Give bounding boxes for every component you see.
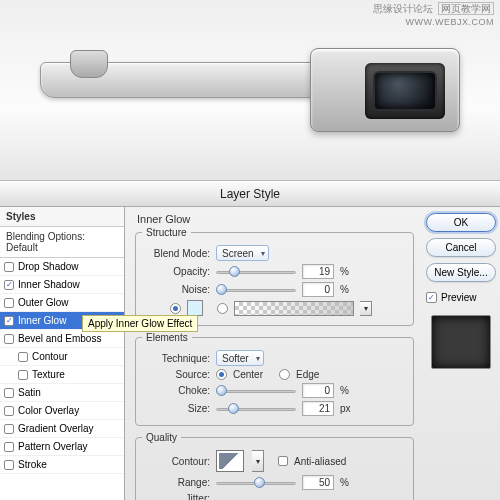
style-label: Gradient Overlay <box>18 423 94 434</box>
source-edge-label: Edge <box>296 369 319 380</box>
quality-group: Quality Contour: ▾ Anti-aliased Range: 5… <box>135 432 414 500</box>
style-item-outer-glow[interactable]: Outer Glow <box>0 294 124 312</box>
technique-select[interactable]: Softer <box>216 350 264 366</box>
color-swatch[interactable] <box>187 300 203 316</box>
style-item-stroke[interactable]: Stroke <box>0 456 124 474</box>
style-checkbox[interactable] <box>4 460 14 470</box>
style-checkbox[interactable] <box>4 388 14 398</box>
style-item-pattern-overlay[interactable]: Pattern Overlay <box>0 438 124 456</box>
style-item-texture[interactable]: Texture <box>0 366 124 384</box>
section-title: Inner Glow <box>137 213 414 225</box>
style-label: Outer Glow <box>18 297 69 308</box>
style-label: Texture <box>32 369 65 380</box>
anti-aliased-label: Anti-aliased <box>294 456 346 467</box>
style-label: Color Overlay <box>18 405 79 416</box>
style-item-inner-shadow[interactable]: Inner Shadow <box>0 276 124 294</box>
style-item-bevel-and-emboss[interactable]: Bevel and Emboss <box>0 330 124 348</box>
style-checkbox[interactable] <box>4 298 14 308</box>
ok-button[interactable]: OK <box>426 213 496 232</box>
structure-group: Structure Blend Mode: Screen Opacity: 19… <box>135 227 414 326</box>
style-checkbox[interactable] <box>4 316 14 326</box>
new-style-button[interactable]: New Style... <box>426 263 496 282</box>
technique-label: Technique: <box>142 353 210 364</box>
style-checkbox[interactable] <box>4 424 14 434</box>
style-label: Inner Glow <box>18 315 66 326</box>
noise-unit: % <box>340 284 354 295</box>
watermark-text-2: WWW.WEBJX.COM <box>406 17 495 27</box>
dialog-button-panel: OK Cancel New Style... Preview <box>422 207 500 500</box>
quality-legend: Quality <box>142 432 181 443</box>
elements-legend: Elements <box>142 332 192 343</box>
source-center-label: Center <box>233 369 263 380</box>
dialog-title: Layer Style <box>0 181 500 207</box>
noise-slider[interactable] <box>216 283 296 297</box>
choke-unit: % <box>340 385 354 396</box>
style-label: Drop Shadow <box>18 261 79 272</box>
choke-value[interactable]: 0 <box>302 383 334 398</box>
styles-list-panel: Styles Blending Options: Default Drop Sh… <box>0 207 125 500</box>
style-item-satin[interactable]: Satin <box>0 384 124 402</box>
blending-options-row[interactable]: Blending Options: Default <box>0 227 124 258</box>
style-checkbox[interactable] <box>4 280 14 290</box>
contour-label: Contour: <box>142 456 210 467</box>
style-label: Pattern Overlay <box>18 441 87 452</box>
watermark-text-1: 思缘设计论坛 <box>373 3 433 14</box>
style-checkbox[interactable] <box>4 262 14 272</box>
settings-panel: Inner Glow Structure Blend Mode: Screen … <box>125 207 422 500</box>
opacity-unit: % <box>340 266 354 277</box>
range-unit: % <box>340 477 354 488</box>
range-slider[interactable] <box>216 476 296 490</box>
color-radio[interactable] <box>170 303 181 314</box>
size-value[interactable]: 21 <box>302 401 334 416</box>
tooltip: Apply Inner Glow Effect <box>82 315 198 332</box>
device-illustration <box>40 40 460 130</box>
style-item-gradient-overlay[interactable]: Gradient Overlay <box>0 420 124 438</box>
noise-label: Noise: <box>142 284 210 295</box>
choke-label: Choke: <box>142 385 210 396</box>
style-checkbox[interactable] <box>4 442 14 452</box>
range-value[interactable]: 50 <box>302 475 334 490</box>
style-label: Bevel and Emboss <box>18 333 101 344</box>
choke-slider[interactable] <box>216 384 296 398</box>
watermark-badge: 网页教学网 <box>438 2 494 15</box>
style-item-contour[interactable]: Contour <box>0 348 124 366</box>
contour-dropdown-icon[interactable]: ▾ <box>252 450 264 472</box>
style-checkbox[interactable] <box>4 334 14 344</box>
style-label: Stroke <box>18 459 47 470</box>
preview-checkbox[interactable] <box>426 292 437 303</box>
gradient-picker[interactable] <box>234 301 354 316</box>
style-checkbox[interactable] <box>18 352 28 362</box>
style-label: Contour <box>32 351 68 362</box>
watermark: 思缘设计论坛 网页教学网 WWW.WEBJX.COM <box>373 2 494 29</box>
blend-mode-select[interactable]: Screen <box>216 245 269 261</box>
style-label: Inner Shadow <box>18 279 80 290</box>
size-label: Size: <box>142 403 210 414</box>
preview-label: Preview <box>441 292 477 303</box>
source-label: Source: <box>142 369 210 380</box>
range-label: Range: <box>142 477 210 488</box>
structure-legend: Structure <box>142 227 191 238</box>
size-unit: px <box>340 403 354 414</box>
size-slider[interactable] <box>216 402 296 416</box>
blend-mode-label: Blend Mode: <box>142 248 210 259</box>
preview-swatch <box>431 315 491 369</box>
cancel-button[interactable]: Cancel <box>426 238 496 257</box>
source-edge-radio[interactable] <box>279 369 290 380</box>
opacity-value[interactable]: 19 <box>302 264 334 279</box>
layer-style-dialog: Layer Style Styles Blending Options: Def… <box>0 180 500 500</box>
gradient-dropdown-icon[interactable]: ▾ <box>360 301 372 316</box>
opacity-label: Opacity: <box>142 266 210 277</box>
source-center-radio[interactable] <box>216 369 227 380</box>
style-item-drop-shadow[interactable]: Drop Shadow <box>0 258 124 276</box>
jitter-label: Jitter: <box>142 493 210 500</box>
opacity-slider[interactable] <box>216 265 296 279</box>
anti-aliased-checkbox[interactable] <box>278 456 288 466</box>
styles-header[interactable]: Styles <box>0 207 124 227</box>
elements-group: Elements Technique: Softer Source: Cente… <box>135 332 414 426</box>
style-item-color-overlay[interactable]: Color Overlay <box>0 402 124 420</box>
contour-picker[interactable] <box>216 450 244 472</box>
gradient-radio[interactable] <box>217 303 228 314</box>
noise-value[interactable]: 0 <box>302 282 334 297</box>
style-checkbox[interactable] <box>18 370 28 380</box>
style-checkbox[interactable] <box>4 406 14 416</box>
